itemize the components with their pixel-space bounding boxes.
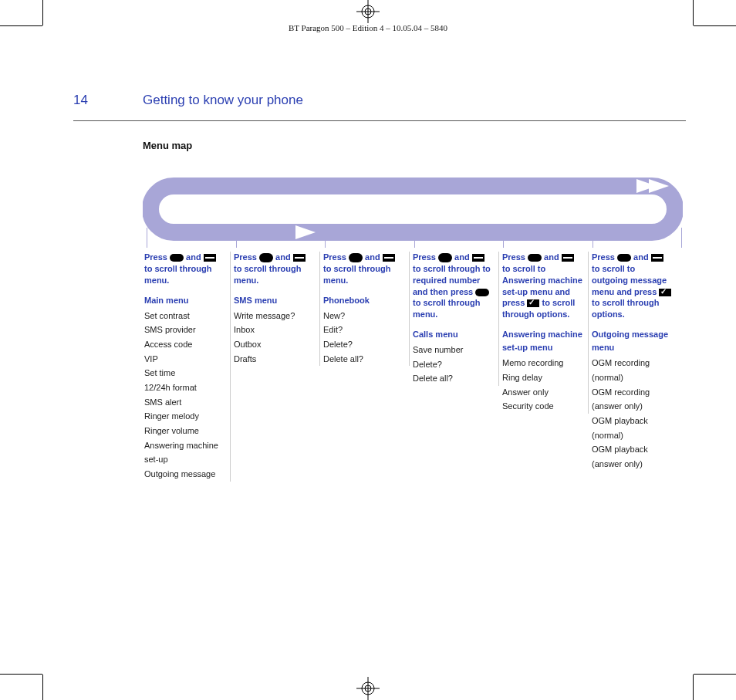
scroll-button-icon (562, 254, 574, 262)
scroll-button-icon (204, 254, 216, 262)
menu-item: Delete? (413, 357, 494, 372)
menu-column: Press and to scroll through to required … (413, 252, 499, 386)
menu-title: Main menu (144, 294, 225, 307)
menu-item: Save number (413, 343, 494, 357)
scroll-button-icon (651, 254, 663, 262)
menu-item: VIP (144, 352, 225, 367)
menu-item: Inbox (234, 323, 315, 337)
menu-item: SMS provider (144, 323, 225, 337)
menu-item: Set time (144, 366, 225, 380)
menu-items: Memo recordingRing delayAnswer onlySecur… (502, 356, 583, 414)
column-instruction: Press and to scroll to Answering machine… (502, 252, 583, 320)
menu-item: Write message? (234, 309, 315, 323)
menu-item: Security code (502, 399, 583, 414)
menu-title: Answering machine set-up menu (502, 328, 583, 354)
registration-mark-icon (356, 0, 380, 23)
menu-items: Write message?InboxOutboxDrafts (234, 309, 315, 367)
menu-column: Press and to scroll through menu.Main me… (144, 252, 231, 482)
column-instruction: Press and to scroll through menu. (144, 252, 225, 286)
menu-item: Drafts (234, 352, 315, 367)
menu-item: Answer only (502, 385, 583, 400)
menu-button-icon (349, 253, 363, 262)
crop-mark (42, 0, 43, 25)
menu-button-icon (528, 254, 542, 262)
menu-title: Outgoing message menu (592, 328, 674, 354)
content-area: 14 Getting to know your phone Menu map P… (73, 93, 686, 482)
menu-map-diagram (143, 174, 686, 244)
crop-mark (0, 674, 42, 675)
menu-item: Set contrast (144, 309, 225, 323)
action-button-icon (659, 289, 671, 296)
running-header: BT Paragon 500 – Edition 4 – 10.05.04 – … (0, 23, 736, 32)
scroll-button-icon (293, 254, 306, 262)
menu-items: New?Edit?Delete?Delete all? (323, 309, 404, 367)
menu-column: Press and to scroll through menu.SMS men… (234, 252, 320, 366)
menu-button-icon (617, 254, 631, 262)
menu-column: Press and to scroll through menu.Phonebo… (323, 252, 410, 366)
menu-button-icon (438, 253, 452, 262)
section-title: Getting to know your phone (143, 93, 303, 108)
menu-item: 12/24h format (144, 380, 225, 395)
menu-item: Ringer melody (144, 409, 225, 424)
menu-column: Press and to scroll to outgoing message … (592, 252, 678, 472)
menu-columns: Press and to scroll through menu.Main me… (144, 252, 686, 482)
scroll-button-icon (383, 254, 395, 262)
column-instruction: Press and to scroll through to required … (413, 252, 494, 320)
menu-button-icon (259, 253, 273, 262)
menu-item: Answering machine set-up (144, 438, 225, 467)
menu-item: Ring delay (502, 370, 583, 385)
column-ticks (147, 228, 682, 248)
crop-mark (42, 675, 43, 700)
registration-mark-icon (356, 677, 380, 700)
menu-item: Delete all? (413, 371, 494, 386)
menu-button-icon (170, 254, 184, 262)
menu-items: OGM recording (normal)OGM recording (ans… (592, 356, 674, 472)
menu-map-heading: Menu map (143, 140, 686, 151)
crop-mark (694, 674, 736, 675)
column-instruction: Press and to scroll to outgoing message … (592, 252, 674, 320)
menu-item: SMS alert (144, 395, 225, 410)
menu-item: Delete? (323, 337, 404, 352)
scroll-button-icon (472, 254, 484, 262)
menu-title: Calls menu (413, 328, 494, 341)
menu-column: Press and to scroll to Answering machine… (502, 252, 589, 414)
section-rule (73, 120, 686, 121)
menu-item: Edit? (323, 323, 404, 337)
menu-items: Set contrastSMS providerAccess codeVIPSe… (144, 309, 225, 482)
menu-items: Save numberDelete?Delete all? (413, 343, 494, 386)
menu-item: OGM playback (answer only) (592, 442, 674, 471)
menu-item: New? (323, 309, 404, 323)
menu-item: Access code (144, 337, 225, 352)
crop-mark (693, 675, 694, 700)
menu-item: OGM playback (normal) (592, 414, 674, 442)
menu-item: Memo recording (502, 356, 583, 370)
menu-item: Delete all? (323, 352, 404, 367)
title-bar: 14 Getting to know your phone (73, 93, 686, 108)
menu-item: OGM recording (answer only) (592, 385, 674, 414)
menu-title: Phonebook (323, 294, 404, 307)
page-number: 14 (73, 93, 112, 108)
menu-item: Ringer volume (144, 424, 225, 438)
menu-title: SMS menu (234, 294, 315, 307)
crop-mark (693, 0, 694, 25)
menu-item: OGM recording (normal) (592, 356, 674, 384)
column-instruction: Press and to scroll through menu. (234, 252, 315, 286)
action-button-icon (527, 299, 539, 307)
column-instruction: Press and to scroll through menu. (323, 252, 404, 286)
page: BT Paragon 500 – Edition 4 – 10.05.04 – … (0, 0, 736, 700)
action-button-icon (475, 289, 489, 296)
menu-item: Outgoing message (144, 467, 225, 482)
menu-item: Outbox (234, 337, 315, 352)
